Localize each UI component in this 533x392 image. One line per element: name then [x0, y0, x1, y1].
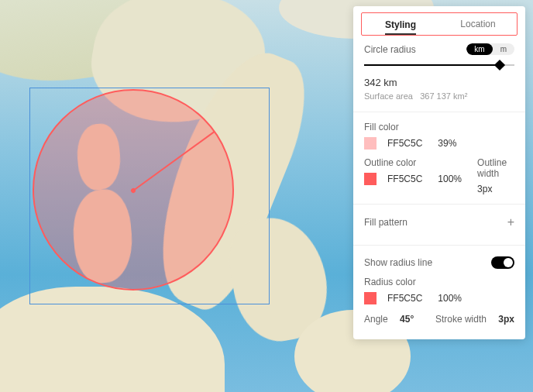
fill-opacity[interactable]: 39%: [438, 138, 456, 149]
slider-thumb[interactable]: [494, 60, 505, 70]
fill-pattern-label: Fill pattern: [364, 217, 407, 228]
fill-swatch[interactable]: [364, 137, 377, 150]
outline-swatch[interactable]: [364, 173, 377, 185]
radius-value: 342 km: [364, 77, 514, 88]
radius-hex[interactable]: FF5C5C: [387, 293, 422, 304]
unit-m[interactable]: m: [493, 43, 514, 55]
unit-km[interactable]: km: [466, 43, 492, 55]
angle-label: Angle: [364, 314, 388, 325]
fill-color-label: Fill color: [364, 122, 514, 132]
unit-toggle[interactable]: km m: [466, 43, 514, 55]
fill-hex[interactable]: FF5C5C: [387, 138, 422, 149]
circle-radius-label: Circle radius: [364, 44, 416, 55]
outline-opacity[interactable]: 100%: [438, 174, 462, 184]
outline-color-label: Outline color: [364, 157, 462, 168]
show-radius-toggle[interactable]: [491, 256, 514, 269]
radius-opacity[interactable]: 100%: [438, 293, 462, 304]
surface-area-label: Surface area: [364, 91, 413, 101]
outline-width-value[interactable]: 3px: [477, 184, 514, 194]
panel-tabs: Styling Location: [361, 12, 518, 36]
radius-slider[interactable]: [364, 60, 514, 70]
style-panel: Styling Location Circle radius km m 342 …: [353, 6, 525, 339]
outline-width-label: Outline width: [477, 157, 514, 179]
stroke-width-label: Stroke width: [435, 314, 487, 325]
tab-styling[interactable]: Styling: [362, 15, 439, 34]
surface-area-value: 367 137 km²: [420, 91, 467, 101]
radius-color-label: Radius color: [364, 277, 514, 287]
show-radius-label: Show radius line: [364, 257, 432, 268]
angle-value[interactable]: 45°: [400, 314, 414, 325]
add-pattern-button[interactable]: +: [507, 215, 514, 229]
stroke-width-value[interactable]: 3px: [498, 314, 514, 325]
radius-swatch[interactable]: [364, 292, 377, 304]
outline-hex[interactable]: FF5C5C: [387, 174, 422, 184]
tab-location[interactable]: Location: [439, 14, 517, 34]
